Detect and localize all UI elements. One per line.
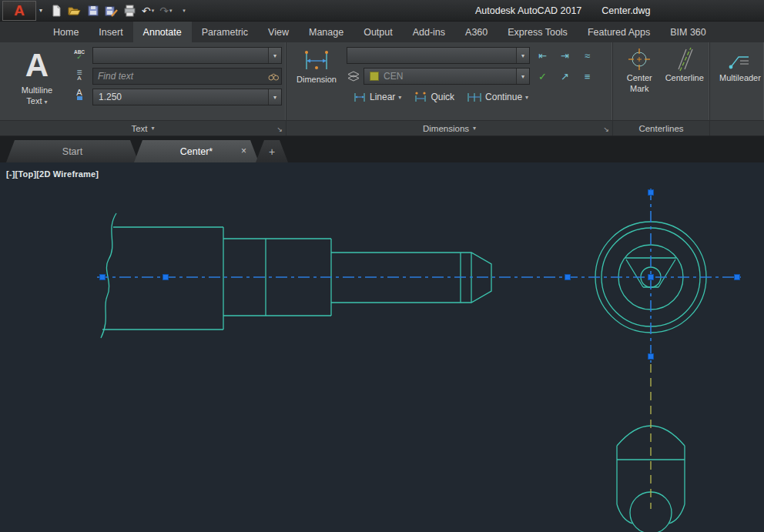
qat-customize-caret-icon: ▾	[183, 8, 186, 14]
window-title: Autodesk AutoCAD 2017 Center.dwg	[475, 0, 651, 22]
autocad-logo-icon: A	[14, 2, 25, 19]
tab-add-ins[interactable]: Add-ins	[403, 22, 455, 42]
close-tab-icon[interactable]: ×	[241, 146, 246, 156]
dim-jog-line-icon: ≈	[585, 50, 590, 62]
dimensions-panel-label[interactable]: Dimensions ▾ ↘	[286, 120, 612, 136]
tab-view[interactable]: View	[258, 22, 299, 42]
text-style-combo[interactable]: ▾	[92, 47, 282, 64]
text-panel-caret-icon: ▾	[152, 125, 155, 132]
printer-icon	[123, 5, 136, 17]
centerlines-panel-label[interactable]: Centerlines	[613, 120, 709, 136]
dim-style-combo[interactable]: ▾	[347, 47, 530, 64]
selected-centerline[interactable]	[97, 189, 742, 363]
dim-update-button[interactable]: ✓	[533, 68, 552, 85]
find-text-input[interactable]	[93, 71, 266, 82]
text-style-caret-icon[interactable]: ▾	[268, 48, 281, 63]
dim-layer-icon	[347, 71, 360, 82]
multileader-button[interactable]: Multileader	[719, 45, 761, 120]
dimension-button[interactable]: Dimension	[291, 45, 342, 120]
dim-adjust-space-button[interactable]: ⇥	[555, 47, 575, 64]
undo-button[interactable]: ↶ ▾	[140, 2, 156, 19]
tab-output[interactable]: Output	[354, 22, 403, 42]
print-button[interactable]	[122, 2, 138, 19]
spell-check-icon: ✓	[76, 54, 82, 61]
dimensions-controls: ▾ ⇤ ⇥ ≈ CEN ▾ ✓	[347, 45, 597, 120]
redo-button[interactable]: ↷ ▾	[158, 2, 173, 19]
tab-express-tools[interactable]: Express Tools	[498, 22, 578, 42]
ribbon-tab-bar: Home Insert Annotate Parametric View Man…	[0, 22, 764, 42]
new-drawing-tab-button[interactable]: +	[256, 140, 288, 162]
dim-layer-combo[interactable]: CEN ▾	[364, 68, 530, 85]
shaft-side-view[interactable]	[101, 213, 491, 338]
text-mini-tools: ABC ✓ ≡ A A	[69, 45, 89, 120]
file-tab-center[interactable]: Center* ×	[134, 140, 259, 162]
text-height-button[interactable]: A	[71, 85, 88, 102]
quick-dimension-button[interactable]: Quick	[409, 89, 459, 105]
grip[interactable]	[648, 190, 654, 196]
undo-icon: ↶	[142, 5, 151, 16]
dimension-icon	[302, 47, 331, 73]
tab-featured-apps[interactable]: Featured Apps	[578, 22, 660, 42]
tab-home[interactable]: Home	[43, 22, 89, 42]
find-binoculars-icon[interactable]	[266, 72, 281, 82]
justify-text-button[interactable]: ≡ A	[71, 66, 88, 83]
save-icon	[87, 5, 99, 17]
text-dialog-launcher-icon[interactable]: ↘	[276, 125, 283, 133]
dimensions-dialog-launcher-icon[interactable]: ↘	[603, 125, 609, 133]
dim-break-button[interactable]: ⇤	[533, 47, 552, 64]
dim-jog-line-button[interactable]: ≈	[578, 47, 597, 64]
grip[interactable]	[648, 275, 654, 280]
undo-caret-icon[interactable]: ▾	[152, 8, 155, 14]
tab-manage[interactable]: Manage	[299, 22, 354, 42]
text-panel-body: A Multiline Text ▾ ABC ✓ ≡ A A	[0, 42, 286, 120]
redo-caret-icon[interactable]: ▾	[169, 8, 173, 14]
redo-icon: ↷	[159, 5, 169, 16]
linear-dimension-button[interactable]: Linear ▾	[348, 89, 406, 105]
dim-adjust-space-icon: ⇥	[561, 50, 569, 62]
centerline-button[interactable]: Centerline	[663, 45, 707, 120]
continue-dimension-button[interactable]: Continue ▾	[462, 89, 533, 105]
continue-caret-icon[interactable]: ▾	[525, 94, 528, 101]
dim-style-caret-icon[interactable]: ▾	[516, 48, 529, 63]
find-text-field	[92, 68, 282, 85]
multiline-text-button[interactable]: A Multiline Text ▾	[5, 45, 69, 120]
linear-caret-icon[interactable]: ▾	[398, 94, 401, 101]
dim-break-icon: ⇤	[538, 50, 547, 62]
text-panel: A Multiline Text ▾ ABC ✓ ≡ A A	[0, 42, 286, 136]
viewport-controls[interactable]: [-][Top][2D Wireframe]	[6, 169, 99, 179]
tab-annotate[interactable]: Annotate	[133, 22, 192, 42]
text-panel-label[interactable]: Text ▾ ↘	[0, 120, 286, 136]
drawing-canvas[interactable]: [-][Top][2D Wireframe]	[0, 162, 764, 532]
file-tab-start[interactable]: Start	[6, 140, 139, 162]
open-file-button[interactable]	[66, 2, 83, 19]
dim-override-button[interactable]: ≡	[578, 68, 597, 85]
grip[interactable]	[163, 275, 169, 280]
centerlines-panel: Center Mark Centerline Centerlines	[613, 42, 710, 136]
dimensions-panel: Dimension ▾ ⇤ ⇥ ≈	[286, 42, 613, 136]
grip[interactable]	[735, 275, 740, 280]
save-as-icon	[105, 5, 118, 17]
dim-reassociate-button[interactable]: ↗	[555, 68, 575, 85]
file-tab-bar: Start Center* × +	[0, 136, 764, 162]
dim-layer-caret-icon[interactable]: ▾	[516, 69, 529, 84]
text-height-caret-icon[interactable]: ▾	[268, 89, 281, 105]
grip[interactable]	[565, 275, 571, 280]
check-spelling-button[interactable]: ABC ✓	[71, 47, 88, 64]
grip[interactable]	[100, 275, 106, 280]
tab-insert[interactable]: Insert	[89, 22, 132, 42]
center-mark-button[interactable]: Center Mark	[618, 45, 662, 120]
text-height-combo[interactable]: 1.250 ▾	[92, 89, 282, 105]
new-file-button[interactable]	[49, 2, 64, 19]
tab-a360[interactable]: A360	[455, 22, 498, 42]
tab-parametric[interactable]: Parametric	[192, 22, 258, 42]
save-as-button[interactable]	[103, 2, 119, 19]
app-menu-caret-icon[interactable]: ▾	[39, 7, 42, 14]
tab-bim-360[interactable]: BIM 360	[660, 22, 716, 42]
text-height-value: 1.250	[99, 92, 122, 102]
qat-customize-button[interactable]: ▾	[176, 2, 192, 19]
save-button[interactable]	[85, 2, 101, 19]
selection-grips	[100, 190, 740, 360]
app-menu-button[interactable]: A	[2, 1, 36, 21]
new-file-icon	[50, 5, 62, 17]
grip[interactable]	[648, 354, 654, 360]
